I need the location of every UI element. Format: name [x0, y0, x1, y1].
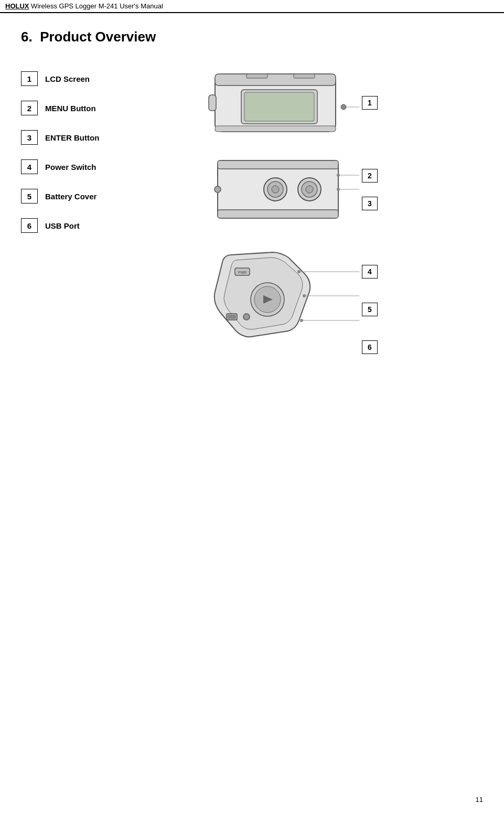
page-number: 11: [476, 796, 483, 804]
svg-point-5: [341, 104, 346, 110]
legend-label-2: MENU Button: [45, 104, 96, 113]
callout-3: 3: [362, 197, 378, 210]
svg-point-22: [337, 174, 340, 177]
svg-rect-12: [218, 210, 338, 218]
legend-label-3: ENTER Button: [45, 133, 99, 142]
svg-point-33: [297, 270, 301, 273]
legend-number-4: 4: [21, 159, 38, 174]
diagrams: 1: [189, 66, 483, 354]
legend-number-1: 1: [21, 71, 38, 86]
diagram-2-svg: [199, 155, 362, 223]
legend-label-5: Battery Cover: [45, 192, 96, 201]
svg-point-16: [272, 186, 279, 193]
svg-rect-7: [215, 126, 336, 132]
brand-name: HOLUX: [5, 2, 29, 10]
svg-point-23: [337, 188, 340, 191]
header-title: HOLUX Wireless GPS Logger M-241 User's M…: [5, 2, 163, 10]
legend-label-1: LCD Screen: [45, 74, 90, 83]
callout-4: 4: [362, 265, 378, 279]
diagram-2-row: 2 3: [199, 155, 378, 223]
legend-item-3: 3 ENTER Button: [21, 130, 189, 145]
legend-number-2: 2: [21, 101, 38, 115]
legend: 1 LCD Screen 2 MENU Button 3 ENTER Butto…: [21, 66, 189, 354]
svg-point-19: [306, 186, 313, 193]
svg-point-13: [215, 186, 221, 192]
svg-rect-3: [244, 92, 314, 121]
legend-number-6: 6: [21, 218, 38, 233]
callout-6: 6: [362, 340, 378, 354]
diagram-3-row: PWR: [199, 239, 378, 354]
svg-rect-1: [215, 74, 336, 85]
svg-rect-4: [209, 95, 216, 111]
svg-point-29: [243, 314, 250, 320]
callout-2: 2: [362, 169, 378, 183]
overview-layout: 1 LCD Screen 2 MENU Button 3 ENTER Butto…: [21, 66, 483, 354]
callout-5: 5: [362, 303, 378, 316]
svg-rect-11: [218, 160, 338, 169]
svg-rect-9: [294, 74, 315, 78]
legend-item-1: 1 LCD Screen: [21, 71, 189, 86]
diagram-1-row: 1: [199, 66, 378, 140]
legend-label-6: USB Port: [45, 221, 80, 230]
svg-rect-8: [246, 74, 267, 78]
page-header: HOLUX Wireless GPS Logger M-241 User's M…: [0, 0, 504, 13]
page-footer: 11: [476, 796, 483, 804]
section-title: 6. Product Overview: [21, 29, 483, 45]
legend-item-5: 5 Battery Cover: [21, 189, 189, 204]
page-content: 6. Product Overview 1 LCD Screen 2 MENU …: [0, 13, 504, 375]
diagram-1-svg: [199, 66, 362, 140]
svg-text:PWR: PWR: [238, 271, 246, 274]
legend-item-2: 2 MENU Button: [21, 101, 189, 115]
legend-item-4: 4 Power Switch: [21, 159, 189, 174]
legend-number-3: 3: [21, 130, 38, 145]
svg-rect-31: [228, 315, 235, 318]
svg-point-35: [303, 294, 306, 297]
diagram-3-svg: PWR: [199, 239, 362, 344]
legend-item-6: 6 USB Port: [21, 218, 189, 233]
legend-number-5: 5: [21, 189, 38, 204]
callout-1: 1: [362, 96, 378, 110]
legend-label-4: Power Switch: [45, 163, 96, 172]
svg-point-37: [300, 319, 303, 322]
